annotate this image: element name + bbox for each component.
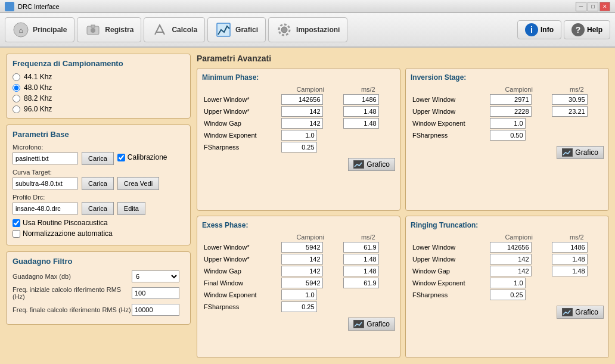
ring-campioni-0[interactable] [490,242,532,253]
normalizzazione-row[interactable]: Normalizzazione automatica [13,229,184,238]
freq-finale-input[interactable] [132,304,179,316]
calibrazione-checkbox[interactable] [117,154,125,161]
ring-exponent[interactable] [490,278,526,288]
radio-480[interactable]: 48.0 Khz [13,83,184,92]
normalizzazione-label: Normalizzazione automatica [23,229,113,238]
ring-campioni-2[interactable] [490,266,532,276]
exc-campioni-3[interactable] [281,278,323,288]
parametri-avanzati-title: Parametri Avanzati [197,54,609,63]
inv-grafico-button[interactable]: Grafico [557,146,604,159]
carica1-button[interactable]: Carica [82,152,114,165]
inv-grafico-label: Grafico [575,148,598,157]
ring-ms2-2[interactable] [552,266,588,276]
exc-grafico-button[interactable]: Grafico [348,318,395,331]
ring-campioni-1[interactable] [490,254,532,265]
inv-ms2-0[interactable] [552,94,588,105]
exc-campioni-1[interactable] [281,254,323,265]
calcola-button[interactable]: Calcola [144,17,205,42]
inv-fsharpness[interactable] [490,130,526,141]
inv-campioni-0[interactable] [490,94,532,105]
exc-ms2-0[interactable] [343,242,379,253]
principale-button[interactable]: ⌂ Principale [5,17,74,42]
exc-label-1: Upper Window* [202,253,279,265]
usa-routine-row[interactable]: Usa Routine Piscoacustica [13,219,184,227]
exc-exponent[interactable] [281,290,317,300]
inv-label-0: Lower Window [411,94,488,105]
maximize-button[interactable]: □ [588,2,598,11]
help-button[interactable]: ? Help [564,20,610,39]
radio-882[interactable]: 88.2 Khz [13,94,184,102]
edita-button[interactable]: Edita [117,202,145,215]
radio-441[interactable]: 44.1 Khz [13,73,184,81]
exc-fsharpness[interactable] [281,301,317,312]
min-ph-fsharpness[interactable] [281,142,317,153]
curva-target-input[interactable] [13,178,78,189]
exc-row-5: FSharpness [202,301,395,313]
normalizzazione-checkbox[interactable] [13,230,20,238]
close-button[interactable]: ✕ [600,2,610,11]
min-ph-ms2-2[interactable] [343,118,379,129]
microfono-input[interactable] [13,153,78,164]
radio-441-input[interactable] [13,73,20,81]
ring-ms2-0[interactable] [552,242,588,253]
minimum-phase-title: Minimum Phase: [202,73,395,82]
calcola-icon [151,21,168,38]
excess-phase-table: Campioni ms/2 Lower Window* Upper Window… [202,233,395,313]
registra-button[interactable]: Registra [77,17,141,42]
impostazioni-button[interactable]: Impostazioni [268,17,347,42]
registra-label: Registra [105,26,133,34]
inv-exponent[interactable] [490,118,526,129]
ring-grafico-button[interactable]: Grafico [557,306,604,319]
ring-row-3: Window Exponent [411,277,604,289]
inv-ms2-1[interactable] [552,106,588,117]
info-button[interactable]: i Info [517,20,561,39]
crea-vedi-button[interactable]: Crea Vedi [117,177,159,190]
min-ph-row-4: FSharpness [202,141,395,153]
ring-fsharpness[interactable] [490,290,526,300]
inv-campioni-1[interactable] [490,106,532,117]
svg-rect-9 [354,161,364,168]
principale-icon: ⌂ [13,21,29,38]
inv-label-1: Upper Window [411,105,488,117]
minimize-button[interactable]: ─ [576,2,586,11]
radio-882-label: 88.2 Khz [24,94,52,102]
min-ph-campioni-2[interactable] [281,118,323,129]
exc-campioni-2[interactable] [281,266,323,276]
grafici-button[interactable]: Grafici [207,17,266,42]
freq-iniziale-input[interactable] [132,287,179,299]
exc-campioni-0[interactable] [281,242,323,253]
min-ph-grafico-button[interactable]: Grafico [348,158,395,171]
guadagno-max-select[interactable]: 6 [132,270,179,282]
radio-960-input[interactable] [13,105,20,113]
usa-routine-label: Usa Routine Piscoacustica [23,219,108,227]
min-ph-campioni-0[interactable] [281,94,323,105]
guadagno-max-row: Guadagno Max (db) 6 [13,270,184,282]
exc-ms2-2[interactable] [343,266,379,276]
minimum-phase-table: Campioni ms/2 Lower Window* Upper Window… [202,85,395,153]
curva-target-row: Carica Crea Vedi [13,177,184,190]
inv-row-3: FSharpness [411,129,604,141]
carica3-button[interactable]: Carica [82,202,114,215]
radio-441-label: 44.1 Khz [24,73,52,81]
min-ph-campioni-1[interactable] [281,106,323,117]
exc-ms2-1[interactable] [343,254,379,265]
carica2-button[interactable]: Carica [82,177,114,190]
usa-routine-checkbox[interactable] [13,219,20,227]
radio-960[interactable]: 96.0 Khz [13,105,184,113]
ring-ms2-1[interactable] [552,254,588,265]
min-ph-exponent[interactable] [281,130,317,141]
profilo-drc-input[interactable] [13,203,78,214]
radio-480-input[interactable] [13,84,20,92]
min-ph-row-0: Lower Window* [202,94,395,105]
help-label: Help [587,26,602,34]
inv-grafico-icon [562,148,573,157]
exc-grafico-icon [353,320,364,328]
radio-882-input[interactable] [13,95,20,102]
min-ph-ms2-0[interactable] [343,94,379,105]
calibrazione-label: Calibrazione [128,153,167,161]
min-ph-ms2-1[interactable] [343,106,379,117]
sampling-radio-group: 44.1 Khz 48.0 Khz 88.2 Khz 96.0 Khz [13,73,184,113]
exc-ms2-3[interactable] [343,278,379,288]
sampling-title: Frequenza di Campionamento [13,59,184,68]
calibrazione-checkbox-label[interactable]: Calibrazione [117,153,167,161]
